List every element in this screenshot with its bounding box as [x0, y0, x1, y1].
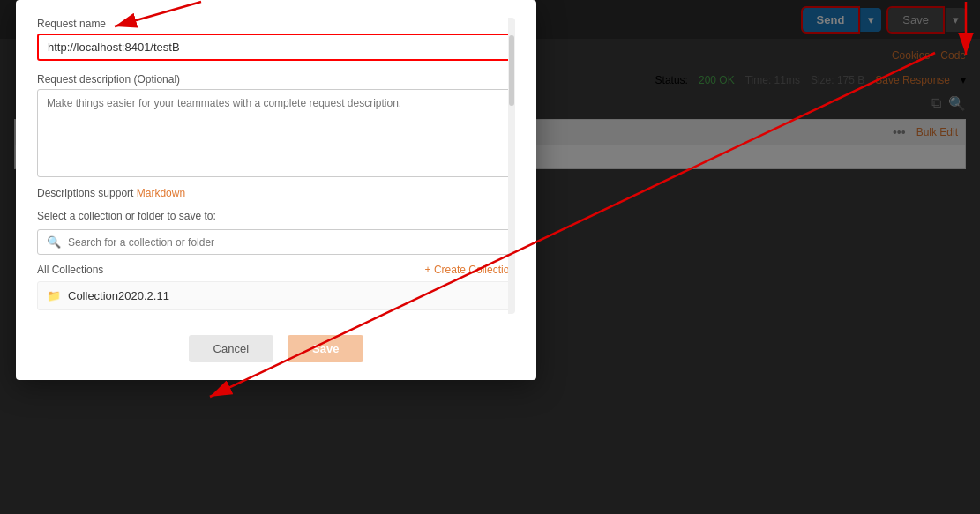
- markdown-link[interactable]: Markdown: [137, 187, 185, 199]
- description-textarea[interactable]: [37, 89, 515, 177]
- collection-search-box: 🔍: [37, 229, 515, 255]
- cancel-button[interactable]: Cancel: [189, 335, 273, 362]
- collections-row: All Collections + Create Collection: [37, 264, 515, 276]
- folder-icon: 📁: [47, 289, 61, 302]
- modal-scrollbar[interactable]: [508, 18, 515, 314]
- search-icon: 🔍: [47, 235, 61, 249]
- save-modal-button[interactable]: Save: [288, 335, 363, 362]
- create-collection-button[interactable]: + Create Collection: [425, 264, 515, 276]
- request-name-label: Request name: [37, 18, 515, 30]
- save-request-modal: Request name Request description (Option…: [16, 0, 536, 380]
- request-name-input[interactable]: [37, 34, 515, 61]
- all-collections-label: All Collections: [37, 264, 103, 276]
- collection-item[interactable]: 📁 Collection2020.2.11: [37, 281, 515, 310]
- description-label: Request description (Optional): [37, 73, 515, 86]
- collection-search-input[interactable]: [68, 236, 505, 249]
- collection-label: Select a collection or folder to save to…: [37, 210, 515, 222]
- collection-name: Collection2020.2.11: [68, 289, 169, 302]
- modal-footer: Cancel Save: [37, 321, 515, 380]
- scrollbar-thumb: [509, 35, 514, 106]
- markdown-note: Descriptions support Markdown: [37, 187, 515, 199]
